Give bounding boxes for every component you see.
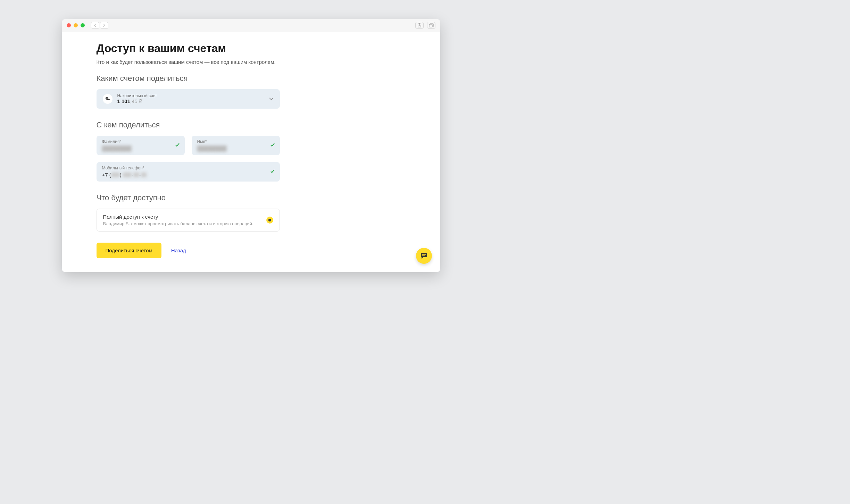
page-content: Доступ к вашим счетам Кто и как будет по… [62, 32, 440, 272]
tabs-icon [429, 23, 434, 27]
account-icon [103, 94, 112, 104]
svg-rect-5 [422, 255, 425, 256]
phone-row: Мобильный телефон* +7 (999) 999-99-99 [97, 162, 406, 182]
traffic-lights [67, 23, 85, 27]
name-label: Имя* [197, 139, 274, 144]
access-option-desc: Владимир Б. сможет просматривать баланс … [103, 221, 266, 226]
svg-rect-0 [429, 24, 432, 27]
phone-field[interactable]: Мобильный телефон* +7 (999) 999-99-99 [97, 162, 280, 182]
action-row: Поделиться счетом Назад [97, 243, 406, 258]
section-account-heading: Каким счетом поделиться [97, 74, 406, 83]
section-access-heading: Что будет доступно [97, 193, 406, 202]
coins-icon [105, 96, 110, 102]
back-button[interactable]: Назад [171, 247, 186, 253]
account-text: Накопительный счет 1 101,45 ₽ [117, 93, 269, 104]
share-button[interactable] [415, 22, 424, 29]
maximize-window-button[interactable] [81, 23, 85, 27]
account-label: Накопительный счет [117, 93, 269, 98]
browser-window: Доступ к вашим счетам Кто и как будет по… [62, 19, 440, 272]
chevron-left-icon [94, 24, 97, 27]
check-icon [270, 142, 275, 149]
surname-label: Фамилия* [102, 139, 179, 144]
account-selector[interactable]: Накопительный счет 1 101,45 ₽ [97, 89, 280, 109]
chevron-right-icon [103, 24, 106, 27]
svg-point-3 [107, 99, 110, 100]
minimize-window-button[interactable] [74, 23, 78, 27]
section-share-heading: С кем поделиться [97, 120, 406, 129]
chat-fab[interactable] [416, 248, 432, 264]
surname-value: ████████ [102, 146, 132, 151]
close-window-button[interactable] [67, 23, 71, 27]
share-account-button[interactable]: Поделиться счетом [97, 243, 161, 258]
access-option-full[interactable]: Полный доступ к счету Владимир Б. сможет… [97, 209, 280, 232]
name-row: Фамилия* ████████ Имя* ████████ [97, 136, 406, 155]
access-option-title: Полный доступ к счету [103, 214, 266, 220]
name-value: ████████ [197, 146, 227, 151]
nav-arrows [91, 22, 108, 29]
phone-value: +7 (999) 999-99-99 [102, 172, 147, 178]
check-icon [175, 142, 180, 149]
balance-dec: ,45 ₽ [130, 98, 142, 104]
share-icon [417, 23, 422, 28]
name-field[interactable]: Имя* ████████ [192, 136, 280, 155]
page-title: Доступ к вашим счетам [97, 42, 406, 55]
forward-nav-button[interactable] [100, 22, 108, 29]
svg-rect-4 [422, 254, 426, 255]
chat-icon [420, 252, 428, 259]
balance-int: 1 101 [117, 98, 131, 104]
account-balance: 1 101,45 ₽ [117, 98, 269, 104]
back-nav-button[interactable] [91, 22, 99, 29]
page-subtitle: Кто и как будет пользоваться вашим счето… [97, 59, 406, 65]
phone-label: Мобильный телефон* [102, 166, 274, 170]
window-titlebar [62, 19, 440, 32]
radio-selected-icon [266, 217, 273, 224]
check-icon [270, 169, 275, 175]
surname-field[interactable]: Фамилия* ████████ [97, 136, 185, 155]
chevron-down-icon [269, 96, 274, 102]
tabs-button[interactable] [427, 22, 435, 29]
titlebar-right [415, 22, 435, 29]
access-text: Полный доступ к счету Владимир Б. сможет… [103, 214, 266, 226]
